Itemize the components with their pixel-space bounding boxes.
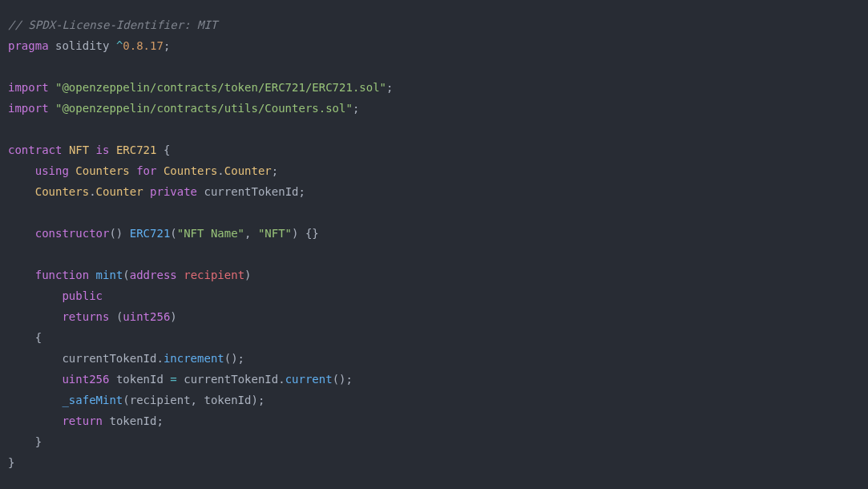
base-call: ERC721 bbox=[130, 227, 171, 240]
comment: // SPDX-License-Identifier: MIT bbox=[8, 18, 217, 31]
string-arg: "NFT Name" bbox=[177, 227, 244, 240]
function-call: _safeMint bbox=[62, 394, 123, 406]
import-path: "@openzeppelin/contracts/token/ERC721/ER… bbox=[55, 81, 386, 94]
keyword-returns: returns bbox=[62, 310, 109, 323]
code-line: currentTokenId.increment(); bbox=[8, 352, 244, 365]
code-block: // SPDX-License-Identifier: MIT pragma s… bbox=[0, 0, 868, 487]
keyword-contract: contract bbox=[8, 143, 62, 156]
brace-close: } bbox=[35, 435, 42, 448]
code-line: return tokenId; bbox=[8, 414, 164, 427]
keyword-solidity: solidity bbox=[55, 39, 109, 52]
method-call: increment bbox=[164, 352, 224, 365]
code-line: Counters.Counter private currentTokenId; bbox=[8, 185, 305, 198]
paren-close: ); bbox=[251, 394, 264, 406]
code-line: public bbox=[8, 289, 103, 302]
code-line: uint256 tokenId = currentTokenId.current… bbox=[8, 373, 353, 386]
semicolon: ; bbox=[386, 81, 393, 94]
type-name: Counter bbox=[96, 185, 143, 198]
dot: . bbox=[278, 373, 285, 386]
type-name: Counter bbox=[224, 164, 272, 177]
code-line: import "@openzeppelin/contracts/token/ER… bbox=[8, 81, 393, 94]
keyword-function: function bbox=[35, 269, 89, 281]
param-type: address bbox=[130, 269, 177, 281]
code-line: constructor() ERC721("NFT Name", "NFT") … bbox=[8, 227, 319, 240]
code-line: { bbox=[8, 331, 42, 344]
keyword-import: import bbox=[8, 81, 49, 94]
empty-body: {} bbox=[299, 227, 319, 240]
keyword-public: public bbox=[62, 289, 103, 302]
keyword-import: import bbox=[8, 102, 49, 115]
contract-name: NFT bbox=[69, 143, 89, 156]
code-line: _safeMint(recipient, tokenId); bbox=[8, 394, 264, 406]
code-line: import "@openzeppelin/contracts/utils/Co… bbox=[8, 102, 359, 115]
code-line: // SPDX-License-Identifier: MIT bbox=[8, 18, 217, 31]
object-ref: currentTokenId bbox=[184, 373, 278, 386]
paren-close: ) bbox=[170, 310, 176, 323]
return-type: uint256 bbox=[123, 310, 170, 323]
parens: () bbox=[109, 227, 123, 240]
type-name: Counters bbox=[35, 185, 89, 198]
semicolon: ; bbox=[156, 414, 163, 427]
dot: . bbox=[89, 185, 95, 198]
keyword-is: is bbox=[96, 143, 110, 156]
code-line: using Counters for Counters.Counter; bbox=[8, 164, 278, 177]
string-arg: "NFT" bbox=[258, 227, 292, 240]
paren-open: ( bbox=[123, 394, 129, 406]
param-name: recipient bbox=[184, 269, 244, 281]
base-contract: ERC721 bbox=[116, 143, 157, 156]
code-line: } bbox=[8, 435, 42, 448]
semicolon: ; bbox=[353, 102, 359, 115]
version-number: 0.8.17 bbox=[123, 39, 164, 52]
type-name: Counters bbox=[164, 164, 217, 177]
semicolon: ; bbox=[272, 164, 278, 177]
paren-open: ( bbox=[123, 269, 129, 281]
comma: , bbox=[191, 394, 204, 406]
code-line: returns (uint256) bbox=[8, 310, 177, 323]
semicolon: ; bbox=[164, 39, 170, 52]
object-ref: currentTokenId bbox=[62, 352, 156, 365]
keyword-constructor: constructor bbox=[35, 227, 110, 240]
paren-close: ) bbox=[244, 269, 251, 281]
brace-open: { bbox=[35, 331, 42, 344]
arg: recipient bbox=[130, 394, 191, 406]
semicolon: ; bbox=[299, 185, 305, 198]
keyword-private: private bbox=[150, 185, 197, 198]
keyword-pragma: pragma bbox=[8, 39, 49, 52]
method-call: current bbox=[285, 373, 333, 386]
call-parens: (); bbox=[224, 352, 244, 365]
brace-close: } bbox=[8, 456, 14, 469]
keyword-using: using bbox=[35, 164, 69, 177]
code-line: contract NFT is ERC721 { bbox=[8, 143, 170, 156]
code-line: } bbox=[8, 456, 14, 469]
code-line: pragma solidity ^0.8.17; bbox=[8, 39, 170, 52]
library-name: Counters bbox=[75, 164, 129, 177]
keyword-return: return bbox=[62, 414, 103, 427]
dot: . bbox=[217, 164, 224, 177]
comma: , bbox=[244, 227, 258, 240]
op-assign: = bbox=[164, 373, 184, 386]
state-var: currentTokenId bbox=[204, 185, 299, 198]
call-parens: (); bbox=[333, 373, 353, 386]
dot: . bbox=[156, 352, 163, 365]
keyword-for: for bbox=[136, 164, 156, 177]
paren-open: ( bbox=[170, 227, 176, 240]
arg: tokenId bbox=[204, 394, 251, 406]
import-path: "@openzeppelin/contracts/utils/Counters.… bbox=[55, 102, 353, 115]
var-type: uint256 bbox=[62, 373, 109, 386]
brace: { bbox=[156, 143, 170, 156]
var-name: tokenId bbox=[116, 373, 164, 386]
return-var: tokenId bbox=[109, 414, 156, 427]
paren-close: ) bbox=[292, 227, 298, 240]
function-name: mint bbox=[96, 269, 123, 281]
code-line: function mint(address recipient) bbox=[8, 269, 252, 281]
